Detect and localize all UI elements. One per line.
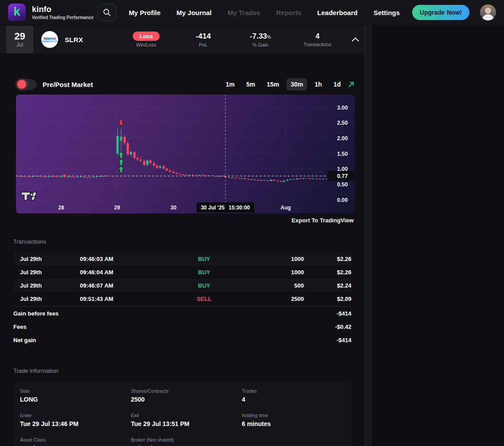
loss-badge: Loss <box>133 32 159 41</box>
summary-row-fees: Fees-$0.42 <box>13 320 351 333</box>
tradingview-logo-icon[interactable] <box>20 190 37 202</box>
pre-post-market-toggle[interactable] <box>16 79 36 90</box>
info-label: Broker (Not shared) <box>131 437 242 442</box>
transaction-quantity: 1000 <box>233 256 304 262</box>
timeframe-30m[interactable]: 30m <box>287 78 307 91</box>
info-value: 6 minutes <box>242 420 345 427</box>
info-shares-contracts: Shares/Contracts2500 <box>131 388 242 403</box>
transaction-date: Jul 29th <box>13 282 80 289</box>
transaction-date: Jul 29th <box>13 256 80 262</box>
trade-summary-row[interactable]: 29 Jul Salarius PHARMACEUTICALS SLRX Los… <box>0 26 365 53</box>
transaction-row: Jul 29th09:46:04 AMBUY1000$2.26 <box>13 265 351 279</box>
svg-text:2.50: 2.50 <box>337 120 348 126</box>
pnl-value: -414 <box>196 32 211 41</box>
svg-text:0.77: 0.77 <box>337 173 348 179</box>
open-in-tradingview-arrow-icon[interactable] <box>347 81 355 88</box>
kinfo-logo-icon: k <box>8 4 26 21</box>
transactions-label: Transactions <box>303 42 331 47</box>
kinfo-logo-letter: k <box>13 6 20 18</box>
transaction-row: Jul 29th09:46:07 AMBUY500$2.24 <box>13 279 351 292</box>
transaction-price: $2.26 <box>304 256 351 262</box>
transaction-date: Jul 29th <box>13 296 80 302</box>
avatar[interactable] <box>480 4 496 20</box>
summary-label: Gain before fees <box>13 310 59 317</box>
nav-my-profile[interactable]: My Profile <box>129 9 161 16</box>
sell-marker-icon <box>118 119 124 126</box>
summary-row-net-gain: Net gain-$414 <box>13 333 351 347</box>
summary-value: -$0.42 <box>335 324 351 330</box>
timeframe-1m[interactable]: 1m <box>222 78 239 91</box>
transaction-quantity: 1000 <box>233 269 304 276</box>
price-chart[interactable]: 282930Aug30 Jul '2515:30:003.002.502.001… <box>16 95 355 213</box>
trade-information-section: Trade information SideLONGShares/Contrac… <box>0 367 365 446</box>
brand-tagline: Verified Trading Performance <box>32 15 94 20</box>
nav-my-journal[interactable]: My Journal <box>177 9 212 16</box>
info-exit: ExitTue 29 Jul 13:51 PM <box>131 413 242 427</box>
timeframe-5m[interactable]: 5m <box>242 78 259 91</box>
summary-value: -$414 <box>337 310 351 317</box>
info-trades: Trades4 <box>242 388 345 403</box>
gain-value: -7.33 <box>250 32 267 40</box>
transaction-side: BUY <box>175 269 233 276</box>
timeframe-group: 1m5m15m30m1h1d <box>222 78 345 91</box>
transactions-summary: Gain before fees-$414Fees-$0.42Net gain-… <box>13 307 351 347</box>
transactions-table: Jul 29th09:46:03 AMBUY1000$2.26Jul 29th0… <box>13 252 351 305</box>
brand[interactable]: k kinfo Verified Trading Performance <box>8 4 94 21</box>
summary-label: Net gain <box>13 337 36 343</box>
svg-text:2.00: 2.00 <box>337 135 348 142</box>
timeframe-15m[interactable]: 15m <box>263 78 283 91</box>
summary-row-gain-before-fees: Gain before fees-$414 <box>13 307 351 320</box>
transaction-side: BUY <box>175 282 233 289</box>
info-enter: EnterTue 29 Jul 13:46 PM <box>20 413 131 427</box>
brand-title: kinfo <box>32 5 94 14</box>
timeframe-1d[interactable]: 1d <box>330 78 345 91</box>
transaction-side: BUY <box>175 256 233 262</box>
nav-settings[interactable]: Settings <box>374 9 400 16</box>
timeframe-1h[interactable]: 1h <box>311 78 326 91</box>
trade-information-title: Trade information <box>13 367 351 374</box>
upgrade-now-button[interactable]: Upgrade Now! <box>412 5 469 20</box>
transaction-date: Jul 29th <box>13 269 80 276</box>
nav-reports[interactable]: Reports <box>276 9 301 16</box>
transactions-section: Transactions Jul 29th09:46:03 AMBUY1000$… <box>0 238 365 347</box>
winloss-metric: Loss Win/Loss <box>118 32 175 47</box>
svg-text:1.50: 1.50 <box>337 151 348 157</box>
transaction-price: $2.09 <box>304 296 351 302</box>
info-value: LONG <box>20 396 131 403</box>
scrollbar[interactable] <box>365 25 372 446</box>
svg-text:Aug: Aug <box>280 205 291 211</box>
transactions-title: Transactions <box>13 238 351 245</box>
transaction-time: 09:46:03 AM <box>80 256 175 262</box>
export-to-tradingview-link[interactable]: Export To TradingView <box>0 217 354 224</box>
svg-text:29: 29 <box>114 205 120 211</box>
svg-text:0.50: 0.50 <box>337 182 348 188</box>
buy-marker-icon <box>118 166 124 173</box>
info-value: Tue 29 Jul 13:51 PM <box>131 420 242 427</box>
gain-label: % Gain <box>252 42 268 47</box>
nav-leaderboard[interactable]: Leaderboard <box>317 9 358 16</box>
nav-my-trades[interactable]: My Trades <box>228 9 260 16</box>
collapse-chevron-up-icon[interactable] <box>346 37 365 42</box>
transaction-quantity: 500 <box>233 282 304 289</box>
toggle-knob <box>17 80 26 89</box>
info-label: Side <box>20 388 131 394</box>
info-broker-not-shared-: Broker (Not shared)Schwab <box>131 437 242 446</box>
info-label: Exit <box>131 413 242 418</box>
search-button[interactable] <box>98 4 116 21</box>
top-navbar: k kinfo Verified Trading Performance My … <box>0 0 504 25</box>
svg-text:28: 28 <box>58 205 64 211</box>
trade-information-grid: SideLONGShares/Contracts2500Trades4Enter… <box>13 381 351 446</box>
trade-date-month: Jul <box>16 42 23 48</box>
pnl-metric: -414 PnL <box>175 32 232 47</box>
instrument-logo-subtext: PHARMACEUTICALS <box>41 40 58 43</box>
gain-unit: % <box>267 35 271 39</box>
buy-marker-icon <box>118 159 124 166</box>
trade-date-box: 29 Jul <box>6 26 33 53</box>
svg-text:3.00: 3.00 <box>337 105 348 111</box>
transactions-count: 4 <box>315 32 319 40</box>
winloss-label: Win/Loss <box>136 42 156 47</box>
info-value: 2500 <box>131 396 242 403</box>
info-side: SideLONG <box>20 388 131 403</box>
gain-metric: -7.33% % Gain <box>232 32 289 47</box>
transaction-side: SELL <box>175 296 233 302</box>
